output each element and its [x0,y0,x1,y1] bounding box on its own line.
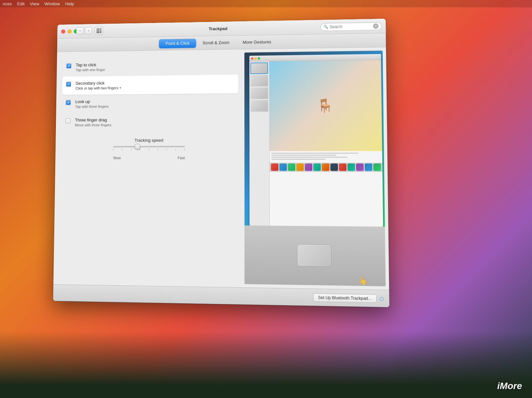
search-box[interactable]: 🔍 ✕ [321,22,382,31]
traffic-lights [61,29,78,34]
look-up-subtitle: Tap with three fingers [75,104,109,108]
search-input[interactable] [330,24,370,29]
window-title: Trackpad [209,26,227,32]
dock-icon-7 [322,163,330,171]
watermark: iMore [497,381,522,391]
secondary-click-row: ✓ Secondary click Click or tap with two … [62,74,238,95]
preview-screen: 🪑 [244,50,385,226]
dock-icon-2 [279,163,287,171]
dock-icon-6 [313,163,321,171]
preview-thumb-3 [250,87,268,99]
minimize-button[interactable] [67,29,72,34]
slider-slow-label: Slow [113,156,121,160]
background-landscape [0,332,532,398]
preview-thumb-4 [250,100,268,112]
slider-track [113,146,185,147]
finger-icon: 👆 [357,275,368,285]
menubar-item-help[interactable]: Help [65,1,74,6]
slider-thumb[interactable] [134,144,140,150]
slider-ticks [113,149,185,150]
chair-illustration: 🪑 [317,98,333,114]
look-up-title: Look up [75,99,109,104]
preview-app-content: 🪑 [249,60,383,226]
trackpad-preview: 🪑 [244,50,386,286]
text-line-4 [271,159,326,160]
menubar: nces Edit View Window Help [0,0,532,7]
secondary-click-text: Secondary click Click or tap with two fi… [75,80,121,90]
tab-scroll-zoom[interactable]: Scroll & Zoom [196,38,236,48]
tap-to-click-row: ✓ Tap to click Tap with one finger [66,56,234,76]
menubar-item-edit[interactable]: Edit [17,1,24,6]
close-button[interactable] [61,29,66,34]
dock-icon-12 [365,164,372,171]
checkmark-icon: ✓ [67,82,70,86]
preview-hero: 🪑 [269,60,382,151]
dock-icon-4 [296,163,304,171]
grid-icon [96,28,101,33]
slider-fast-label: Fast [178,156,185,160]
three-finger-drag-row: Three finger drag Move with three finger… [65,112,234,132]
dock-icon-10 [347,163,355,171]
look-up-checkbox[interactable]: ✓ [66,100,71,105]
dock-icon-3 [288,163,296,171]
tap-to-click-text: Tap to click Tap with one finger [76,62,105,72]
menubar-item-view[interactable]: View [30,1,39,6]
dock-icon-13 [373,164,381,171]
preview-trackpad-area: 👆 [244,225,386,286]
secondary-click-dropdown[interactable]: Click or tap with two fingers ▾ [75,86,121,90]
secondary-click-checkbox[interactable]: ✓ [66,82,71,87]
dock-icon-8 [331,163,338,171]
preview-sidebar [249,61,270,226]
text-line-3 [271,157,347,158]
dock-icon-9 [339,163,346,171]
look-up-row: ✓ Look up Tap with three fingers [66,93,234,113]
menubar-item-window[interactable]: Window [45,1,60,6]
tracking-speed-slider-container [113,146,185,150]
bluetooth-btn-label: Set Up Bluetooth Trackpad... [318,295,371,301]
menubar-item-prefs[interactable]: nces [3,1,12,6]
tap-to-click-subtitle: Tap with one finger [76,68,105,72]
checkmark-icon: ✓ [67,64,70,68]
options-panel: ✓ Tap to click Tap with one finger ✓ Sec… [53,49,244,287]
preview-main-content: 🪑 [269,60,383,226]
three-finger-drag-subtitle: Move with three fingers [75,123,111,127]
nav-buttons: ‹ › [76,27,103,35]
slider-labels: Slow Fast [113,156,185,160]
preview-maximize [258,57,260,59]
tab-point-click[interactable]: Point & Click [159,39,196,48]
preview-app-window: 🪑 [249,54,383,226]
preview-thumb-2 [250,75,268,86]
trackpad-preferences-window: ‹ › Trackpad 🔍 ✕ Point & Click Scroll & … [53,19,390,307]
back-button[interactable]: ‹ [76,27,83,34]
trackpad-pad [297,244,332,267]
tab-more-gestures[interactable]: More Gestures [236,37,278,47]
secondary-click-subtitle: Click or tap with two fingers [75,86,118,90]
dock-icon-1 [271,163,278,171]
text-line-2 [271,155,336,156]
preview-minimize [254,57,257,59]
dropdown-arrow-icon: ▾ [119,86,121,90]
three-finger-drag-text: Three finger drag Move with three finger… [75,117,111,127]
search-clear-button[interactable]: ✕ [373,23,379,29]
text-line-1 [271,152,358,153]
forward-button[interactable]: › [85,27,92,34]
preview-close [251,57,253,60]
checkmark-icon: ✓ [67,101,70,104]
three-finger-drag-title: Three finger drag [75,117,112,122]
three-finger-drag-checkbox[interactable] [66,118,71,124]
grid-button[interactable] [95,27,103,35]
preview-dock [270,162,382,172]
dock-icon-5 [305,163,313,171]
tap-to-click-title: Tap to click [76,62,105,67]
search-icon: 🔍 [324,25,328,29]
preview-panel: 🪑 [244,47,389,290]
tap-to-click-checkbox[interactable]: ✓ [66,63,71,69]
dock-icon-11 [356,164,364,171]
bluetooth-setup-button[interactable]: Set Up Bluetooth Trackpad... [313,293,377,303]
content-area: ✓ Tap to click Tap with one finger ✓ Sec… [53,47,389,290]
preview-thumb-1 [250,62,268,74]
tracking-speed-section: Tracking speed Slow Fast [65,131,234,166]
bluetooth-icon: ⬡ [379,296,384,301]
tracking-speed-label: Tracking speed [134,138,163,143]
look-up-text: Look up Tap with three fingers [75,99,109,109]
